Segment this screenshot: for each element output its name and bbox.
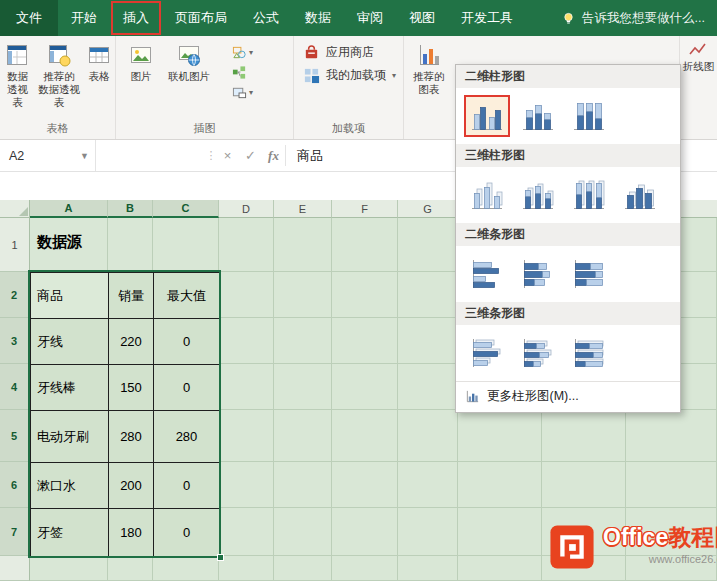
formula-input[interactable]: 商品: [286, 140, 323, 171]
cell-c5[interactable]: 280: [154, 411, 220, 463]
chart-type-3d-clustered-column[interactable]: [464, 174, 510, 216]
chart-type-2d-clustered-column[interactable]: [464, 95, 510, 137]
row-header-2[interactable]: 2: [0, 272, 30, 318]
screenshot-button[interactable]: ▾: [232, 85, 253, 100]
cell[interactable]: [274, 556, 332, 581]
cell[interactable]: [30, 556, 108, 581]
cell[interactable]: [398, 410, 458, 462]
shapes-button[interactable]: ▾: [232, 45, 253, 60]
cell[interactable]: [398, 272, 458, 318]
cell[interactable]: [274, 318, 332, 364]
formula-bar-drag-handle[interactable]: ⋮: [206, 140, 216, 171]
tab-view[interactable]: 视图: [396, 0, 448, 36]
cell[interactable]: [332, 556, 398, 581]
cell-b5[interactable]: 280: [109, 411, 154, 463]
cell[interactable]: [458, 410, 542, 462]
cell[interactable]: [274, 364, 332, 410]
cell[interactable]: [398, 364, 458, 410]
column-header-c[interactable]: C: [153, 200, 219, 218]
cell-c7[interactable]: 0: [154, 509, 220, 557]
chart-type-3d-100-stacked-bar[interactable]: [566, 332, 612, 374]
cell[interactable]: [108, 556, 153, 581]
cell[interactable]: [108, 218, 153, 272]
cell[interactable]: [219, 410, 274, 462]
smartart-button[interactable]: [232, 65, 253, 80]
tab-formulas[interactable]: 公式: [240, 0, 292, 36]
name-box-caret-icon[interactable]: ▼: [80, 151, 95, 161]
cell[interactable]: [219, 556, 274, 581]
row-header-3[interactable]: 3: [0, 318, 30, 364]
cell[interactable]: [332, 318, 398, 364]
name-box[interactable]: A2 ▼: [0, 140, 96, 171]
cell[interactable]: [332, 462, 398, 508]
online-pictures-button[interactable]: 联机图片: [168, 40, 210, 100]
more-column-charts-item[interactable]: 更多柱形图(M)...: [456, 381, 680, 412]
tab-data[interactable]: 数据: [292, 0, 344, 36]
cell-c3[interactable]: 0: [154, 319, 220, 365]
cell[interactable]: [332, 410, 398, 462]
column-header-g[interactable]: G: [398, 200, 458, 218]
tab-insert[interactable]: 插入: [110, 0, 162, 36]
cell-a3[interactable]: 牙线: [31, 319, 109, 365]
cell[interactable]: [219, 218, 274, 272]
recommended-charts-button[interactable]: 推荐的 图表: [413, 40, 445, 96]
cell[interactable]: [153, 218, 219, 272]
cell[interactable]: [398, 462, 458, 508]
store-button[interactable]: 应用商店: [303, 44, 403, 61]
fill-handle[interactable]: [217, 554, 224, 561]
cell[interactable]: [626, 462, 717, 508]
cell[interactable]: [274, 508, 332, 556]
cell-a4[interactable]: 牙线棒: [31, 365, 109, 411]
chart-type-3d-100-stacked-column[interactable]: [566, 174, 612, 216]
row-header-7[interactable]: 7: [0, 508, 30, 556]
chart-type-3d-column[interactable]: [617, 174, 663, 216]
cell-c6[interactable]: 0: [154, 463, 220, 509]
chart-type-3d-stacked-bar[interactable]: [515, 332, 561, 374]
pivottable-button[interactable]: 数据 透视表: [3, 40, 32, 109]
cell-c2[interactable]: 最大值: [154, 273, 220, 319]
cell[interactable]: [458, 508, 542, 556]
cancel-button[interactable]: ×: [216, 140, 239, 171]
tab-home[interactable]: 开始: [58, 0, 110, 36]
cell[interactable]: [458, 462, 542, 508]
cell[interactable]: [153, 556, 219, 581]
cell-a6[interactable]: 漱口水: [31, 463, 109, 509]
cell[interactable]: [332, 508, 398, 556]
row-header-8-partial[interactable]: [0, 556, 30, 581]
cell[interactable]: [274, 462, 332, 508]
pictures-button[interactable]: 图片: [128, 40, 154, 100]
cell[interactable]: [219, 462, 274, 508]
cell-a5[interactable]: 电动牙刷: [31, 411, 109, 463]
cell[interactable]: [219, 272, 274, 318]
cell[interactable]: [398, 556, 458, 581]
chart-type-2d-stacked-column[interactable]: [515, 95, 561, 137]
tell-me-box[interactable]: 告诉我您想要做什么...: [562, 0, 717, 36]
insert-function-button[interactable]: fx: [262, 140, 285, 171]
cell-b7[interactable]: 180: [109, 509, 154, 557]
chart-type-3d-clustered-bar[interactable]: [464, 332, 510, 374]
chart-type-2d-clustered-bar[interactable]: [464, 253, 510, 295]
cell[interactable]: [219, 364, 274, 410]
chart-type-3d-stacked-column[interactable]: [515, 174, 561, 216]
row-header-1[interactable]: 1: [0, 218, 30, 272]
row-header-5[interactable]: 5: [0, 410, 30, 462]
recommended-pivottables-button[interactable]: 推荐的 数据透视表: [35, 40, 83, 109]
select-all-button[interactable]: [0, 200, 30, 218]
column-header-b[interactable]: B: [108, 200, 153, 218]
cell[interactable]: [398, 318, 458, 364]
column-header-a[interactable]: A: [30, 200, 108, 218]
chart-type-2d-100-stacked-bar[interactable]: [566, 253, 612, 295]
cell-b4[interactable]: 150: [109, 365, 154, 411]
cell[interactable]: [626, 410, 717, 462]
cell[interactable]: [542, 462, 626, 508]
cell-a2[interactable]: 商品: [31, 273, 109, 319]
cell-b6[interactable]: 200: [109, 463, 154, 509]
cell[interactable]: [398, 218, 458, 272]
chart-type-2d-100-stacked-column[interactable]: [566, 95, 612, 137]
tab-page-layout[interactable]: 页面布局: [162, 0, 240, 36]
cell[interactable]: [332, 272, 398, 318]
chart-type-2d-stacked-bar[interactable]: [515, 253, 561, 295]
cell[interactable]: [458, 556, 542, 581]
table-button[interactable]: 表格: [86, 40, 112, 109]
enter-button[interactable]: ✓: [239, 140, 262, 171]
